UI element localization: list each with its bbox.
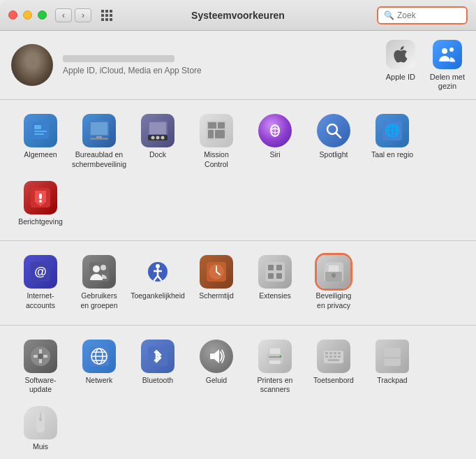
svg-rect-7 xyxy=(105,18,108,21)
svg-rect-29 xyxy=(208,130,214,138)
delen-label: Delen met gezin xyxy=(430,73,465,91)
icon-item-bluetooth[interactable]: Bluetooth xyxy=(128,334,187,400)
mission-icon xyxy=(200,114,233,147)
trackpad-label: Trackpad xyxy=(377,376,407,386)
icon-item-printers[interactable]: Printers enscanners xyxy=(246,334,304,400)
user-info: Apple ID, iCloud, Media en App Store xyxy=(63,55,385,75)
svg-point-68 xyxy=(38,354,43,359)
icon-item-extensies[interactable]: Extensies xyxy=(246,249,304,316)
svg-rect-93 xyxy=(384,348,401,366)
svg-rect-12 xyxy=(34,125,41,129)
bluetooth-icon xyxy=(141,340,174,373)
icon-item-dock[interactable]: Dock xyxy=(128,108,187,175)
bureaublad-label: Bureaublad enschermbeveilinig xyxy=(72,150,126,169)
algemeen-label: Algemeen xyxy=(24,150,57,160)
svg-rect-39 xyxy=(39,194,42,199)
svg-rect-79 xyxy=(269,356,281,358)
svg-rect-81 xyxy=(269,360,281,364)
close-button[interactable] xyxy=(8,10,17,20)
minimize-button[interactable] xyxy=(23,10,32,20)
schermtijd-label: Schermtijd xyxy=(199,291,234,301)
delen-icon-box xyxy=(432,39,463,70)
printers-label: Printers enscanners xyxy=(258,376,293,395)
icon-item-trackpad[interactable]: Trackpad xyxy=(363,334,422,400)
svg-rect-88 xyxy=(325,356,328,358)
icon-item-schermtijd[interactable]: Schermtijd xyxy=(187,249,246,316)
icon-item-taal[interactable]: 🌐 Taal en regio xyxy=(363,108,422,175)
geluid-label: Geluid xyxy=(206,376,227,386)
svg-point-40 xyxy=(39,200,42,203)
icon-item-toetsenbord[interactable]: Toetsenbord xyxy=(304,334,363,400)
icon-item-internet[interactable]: @ Internet-accounts xyxy=(11,249,70,316)
icon-item-bureaublad[interactable]: Bureaublad enschermbeveilinig xyxy=(70,108,128,175)
icon-item-geluid[interactable]: Geluid xyxy=(187,334,246,400)
icon-item-berichtgeving[interactable]: Berichtgeving xyxy=(11,175,70,233)
svg-rect-58 xyxy=(276,265,282,270)
icon-grid-2: @ Internet-accounts Gebruikersen groepen xyxy=(11,249,465,316)
spotlight-icon xyxy=(317,114,350,147)
svg-text:🌐: 🌐 xyxy=(385,123,401,138)
icon-item-algemeen[interactable]: Algemeen xyxy=(11,108,70,175)
forward-button[interactable]: › xyxy=(75,8,91,22)
zoom-button[interactable] xyxy=(38,10,47,20)
avatar xyxy=(11,44,53,86)
nav-buttons: ‹ › xyxy=(55,8,91,22)
icon-item-siri[interactable]: Siri xyxy=(246,108,304,175)
apple-id-button[interactable]: Apple ID xyxy=(385,39,416,91)
grid-view-button[interactable] xyxy=(98,7,115,24)
section-general: Algemeen Bureaublad enschermbeveilinig xyxy=(0,100,476,241)
dock-icon xyxy=(141,114,174,147)
toegankelijkheid-icon xyxy=(141,255,174,289)
icon-item-spotlight[interactable]: Spotlight xyxy=(304,108,363,175)
mission-label: MissionControl xyxy=(204,150,229,169)
schermtijd-icon xyxy=(200,255,233,289)
bureaublad-icon xyxy=(82,114,116,147)
svg-rect-6 xyxy=(101,18,104,21)
icon-item-software[interactable]: Software-update xyxy=(11,334,70,400)
geluid-icon xyxy=(200,340,233,373)
delen-met-gezin-button[interactable]: Delen met gezin xyxy=(430,39,465,91)
main-content: Apple ID, iCloud, Media en App Store App… xyxy=(0,31,476,459)
svg-rect-4 xyxy=(105,14,108,17)
icon-item-netwerk[interactable]: Netwerk xyxy=(70,334,128,400)
svg-point-96 xyxy=(39,417,42,421)
muis-icon xyxy=(24,406,57,439)
toegankelijkheid-label: Toegankelijkheid xyxy=(131,291,185,301)
search-icon: 🔍 xyxy=(384,10,394,20)
icon-item-beveiliging[interactable]: Beveiligingen privacy xyxy=(304,249,363,316)
algemeen-icon xyxy=(24,114,57,147)
software-label: Software-update xyxy=(14,376,67,395)
svg-rect-14 xyxy=(34,133,44,135)
svg-rect-80 xyxy=(269,348,281,354)
svg-rect-27 xyxy=(208,122,216,129)
icon-item-toegankelijkheid[interactable]: Toegankelijkheid xyxy=(128,249,187,316)
svg-rect-66 xyxy=(333,275,334,278)
bluetooth-label: Bluetooth xyxy=(142,376,173,386)
search-bar[interactable]: 🔍 xyxy=(377,6,468,24)
svg-rect-75 xyxy=(148,347,168,366)
svg-rect-13 xyxy=(34,131,47,132)
svg-rect-20 xyxy=(149,122,166,134)
user-section: Apple ID, iCloud, Media en App Store App… xyxy=(0,31,476,100)
delen-met-gezin-icon xyxy=(433,40,462,69)
svg-rect-87 xyxy=(338,352,341,354)
svg-rect-8 xyxy=(110,18,112,21)
user-name-placeholder xyxy=(63,55,174,62)
icon-item-gebruikers[interactable]: Gebruikersen groepen xyxy=(70,249,128,316)
svg-rect-85 xyxy=(329,352,332,354)
search-input[interactable] xyxy=(397,10,461,20)
svg-rect-28 xyxy=(218,122,225,129)
svg-rect-2 xyxy=(110,10,112,13)
svg-point-45 xyxy=(101,265,106,270)
berichtgeving-label: Berichtgeving xyxy=(18,217,63,227)
back-button[interactable]: ‹ xyxy=(55,8,72,22)
svg-rect-56 xyxy=(265,262,285,282)
taal-label: Taal en regio xyxy=(371,150,413,160)
svg-rect-18 xyxy=(96,136,102,138)
icon-item-mission[interactable]: MissionControl xyxy=(187,108,246,175)
svg-text:@: @ xyxy=(34,265,47,279)
svg-line-34 xyxy=(336,133,341,138)
section-hardware: Software-update Netwerk xyxy=(0,326,476,459)
svg-rect-30 xyxy=(215,130,225,138)
icon-item-muis[interactable]: Muis xyxy=(11,400,70,458)
